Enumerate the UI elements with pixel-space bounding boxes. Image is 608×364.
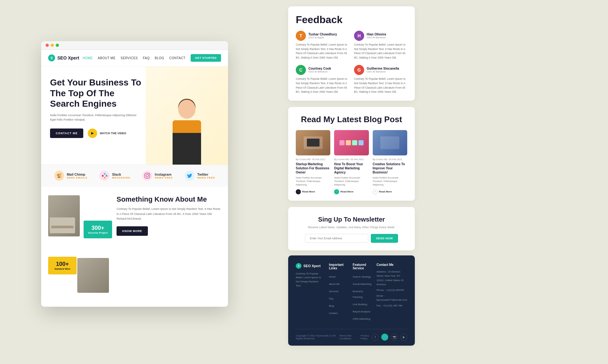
nav-contact[interactable]: CONTACT [169,56,186,60]
browser-bar [41,41,228,50]
footer-link-blog[interactable]: Blog [329,302,348,308]
feedback-item-2: C Courtney Cook CEO At Behance Contrary … [296,65,349,94]
watch-video-button[interactable]: ▶ WATCH THE VIDEO [88,129,126,138]
footer-logo-icon: S [296,263,301,269]
footer-privacy[interactable]: Privacy Policy [361,334,372,340]
social-twitter-icon[interactable]: 🐦 [381,334,388,341]
feedback-item-1: H Hian Oliveira CEO At Behance Contrary … [354,31,407,60]
svg-rect-0 [102,175,104,177]
mailchimp-icon: 🐒 [54,171,64,181]
blog-card-0: By Cromo MD 05 Feb 2021 Startup Marketin… [296,130,330,194]
feedback-text-2: Contrary To Popular Belief, Lorem Ipsum … [296,77,349,94]
reviewer-title-3: CEO At Behance [367,70,399,73]
reviewer-info-2: C Courtney Cook CEO At Behance [296,65,349,75]
avatar-img-1: H [354,31,364,41]
nav-faq[interactable]: FAQ [143,56,150,60]
footer-link-faq[interactable]: Faq [329,295,348,301]
footer-service-6[interactable]: CRM Marketing [353,315,371,321]
footer-link-services[interactable]: Services [329,288,348,293]
footer-service-2[interactable]: Social Marketing [353,280,371,286]
reviewer-avatar-3: G [354,65,364,75]
read-more-arrow-0: → [296,189,301,194]
footer-link-home[interactable]: Home [329,273,348,279]
partners-bar: 🐒 Mail Chimp SEND EMAILS Slack MESSAGING [41,165,228,186]
reviewer-name-0: Tushar Chowdhury [308,33,337,36]
feedback-item-3: G Guilherme Stocanella CEO At Behance Co… [354,65,407,94]
footer-address: Address : 15 Division Street, New York, … [377,270,407,287]
feedback-section: Feedback T Tushar Chowdhury CEO At Apple… [288,6,415,101]
footer-service-5[interactable]: Report Analysis [353,308,371,314]
read-more-1[interactable]: → Read More [334,189,369,194]
blog-meta-2: By Cromo MD 05 Feb 2021 [373,158,407,161]
get-started-button[interactable]: GET STARTED [191,54,221,62]
reviewer-info-3: G Guilherme Stocanella CEO At Behance [354,65,407,75]
send-now-button[interactable]: SEND NOW [371,234,398,243]
footer-link-contact[interactable]: Contact [329,310,348,315]
nav-links: HOME ABOUT ME SERVICES FAQ BLOG CONTACT … [83,54,221,62]
nav-about[interactable]: ABOUT ME [98,56,116,60]
reviewer-name-2: Courtney Cook [308,67,331,70]
feedback-title: Feedback [296,14,407,26]
slack-sub: MESSAGING [112,176,130,179]
know-more-button[interactable]: KNOW MORE [117,226,148,236]
blog-meta-1: By Cromo MD 05 Feb 2021 [334,158,369,161]
newsletter-title: Sing Up To Newsletter [296,216,407,223]
footer-service-3[interactable]: Business Planning [353,288,371,299]
person-figure [155,73,218,165]
footer-services-list: Search Strategy Social Marketing Busines… [353,273,371,321]
email-input[interactable] [305,234,368,243]
blog-section: Read My Latest Blog Post By Cromo MD 05 … [288,107,415,201]
newsletter-subtitle: Receive Latest News, Updates, And Many O… [296,226,407,229]
reviewer-info-1: H Hian Oliveira CEO At Behance [354,31,407,41]
logo-icon: S [48,54,55,61]
instagram-name: Instagram [155,173,173,176]
hero-text: Get Your Business To The Top Of The Sear… [50,77,143,138]
person-head [178,100,196,119]
footer-bottom: Copyright © 2021 Flyonscale.Co All Right… [296,329,407,341]
reviewer-title-0: CEO At Apple [308,36,337,39]
reviewer-avatar-0: T [296,31,306,41]
blog-post-title-0: Startup Marketing Solution For Business … [296,162,330,174]
nav-home[interactable]: HOME [83,56,93,60]
contact-me-button[interactable]: CONTACT ME [50,129,83,138]
feedback-item-0: T Tushar Chowdhury CEO At Apple Contrary… [296,31,349,60]
blog-meta-0: By Cromo MD 05 Feb 2021 [296,158,330,161]
footer-col-links: Important Links Home About Me Services F… [329,263,348,323]
reviewer-details-3: Guilherme Stocanella CEO At Behance [367,67,399,73]
nav-services[interactable]: SERVICES [121,56,138,60]
social-facebook-icon[interactable]: f [372,334,379,341]
person-pants [173,133,201,165]
read-more-0[interactable]: → Read More [296,189,330,194]
footer-terms[interactable]: Terms And Conditions [339,334,357,340]
footer-col-services: Featured Service Search Strategy Social … [353,263,371,323]
social-youtube-icon[interactable]: ▶ [400,334,407,341]
footer-col-services-title: Featured Service [353,263,371,270]
right-panel: Feedback T Tushar Chowdhury CEO At Apple… [282,0,421,352]
feedback-grid: T Tushar Chowdhury CEO At Apple Contrary… [296,31,407,94]
feedback-text-3: Contrary To Popular Belief, Lorem Ipsum … [354,77,407,94]
hero-subtitle: Nulla Porttitor Accumsan Tincidunt. Pell… [50,113,143,122]
blog-excerpt-2: Nulla Porttitor Accumsan Tincidunt. Pell… [373,176,407,187]
social-instagram-icon[interactable]: 📷 [391,334,398,341]
read-more-label-1: Read More [340,190,353,193]
about-content: Something Know About Me Contrary To Popu… [117,195,221,236]
reviewer-avatar-1: H [354,31,364,41]
nav-blog[interactable]: BLOG [155,56,164,60]
instagram-icon [142,171,152,181]
read-more-2[interactable]: → Read More [373,189,407,194]
footer-link-about[interactable]: About Me [329,280,348,286]
reviewer-details-2: Courtney Cook CEO At Behance [308,67,331,73]
footer-service-1[interactable]: Search Strategy [353,273,371,279]
minimize-dot [51,44,54,47]
hero-image [146,66,228,165]
stat-success-box: 300+ Success Project [84,221,112,238]
about-images: 300+ Success Project 100+ Awward Won [48,195,111,298]
footer-service-4[interactable]: Link Building [353,301,371,306]
person-body [173,120,201,165]
blog-card-2: By Cromo MD 05 Feb 2021 Creative Solutio… [373,130,407,194]
blog-img-2 [373,130,407,155]
site-footer: S SEO Xpert Contrary To Popular Belief, … [288,255,415,346]
reviewer-details-0: Tushar Chowdhury CEO At Apple [308,33,337,39]
partner-twitter-info: Twitter NEWS FEED [197,173,215,179]
newsletter-form: SEND NOW [296,234,407,243]
